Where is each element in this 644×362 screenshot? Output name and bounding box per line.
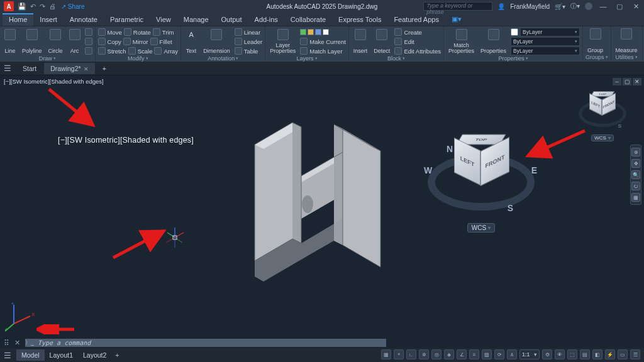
user-icon[interactable]: 👤 [497,3,505,10]
showui-icon[interactable]: ▦ [631,193,640,202]
panel-label[interactable]: Annotation [184,55,262,62]
add-layout-button[interactable]: + [111,349,123,361]
measure-button[interactable]: Measure [614,28,640,54]
panel-label[interactable]: Draw [3,55,92,62]
line-button[interactable]: Line [3,28,18,55]
scale-icon[interactable] [128,47,136,55]
grid-toggle[interactable]: ▦ [381,349,391,359]
tab-overflow[interactable]: ▣▾ [445,13,468,26]
lineweight-toggle[interactable]: ≡ [469,349,479,359]
hardware-accel[interactable]: ⚡ [605,349,615,359]
viewport-controls-small[interactable]: [−][SW Isometric][Shaded with edges] [4,78,104,85]
ortho-toggle[interactable]: ∟ [406,349,416,359]
tab-view[interactable]: View [150,13,177,26]
quickprops-toggle[interactable]: ▤ [580,349,590,359]
app-menu-button[interactable]: A [4,1,14,11]
tab-express[interactable]: Express Tools [332,13,387,26]
wcs-dropdown[interactable]: WCS [467,223,495,233]
panel-label[interactable]: Layers [268,55,346,62]
fillet-icon[interactable] [150,38,158,45]
share-button[interactable]: ↗ Share [61,3,84,10]
tab-parametric[interactable]: Parametric [104,13,150,26]
cycling-toggle[interactable]: ⟳ [494,349,504,359]
orbit-icon[interactable]: ⭮ [631,182,640,190]
array-icon[interactable] [154,47,162,55]
layout-menu-icon[interactable]: ☰ [4,351,11,360]
tab-layout1[interactable]: Layout1 [45,349,78,361]
linetype-dropdown[interactable]: ByLayer [511,47,580,55]
snap-toggle[interactable]: ⌖ [394,349,404,359]
arc-button[interactable]: Arc [67,28,82,55]
linear-icon[interactable] [235,28,242,36]
close-tab-icon[interactable]: ✕ [84,66,89,72]
customize-button[interactable]: ☰ [630,349,640,359]
stretch-icon[interactable] [98,47,106,55]
user-name[interactable]: FrankMayfield [510,3,550,10]
lineweight-dropdown[interactable]: ByLayer [511,37,580,46]
search-input[interactable]: Type a keyword or phrase [423,2,492,11]
undo-icon[interactable]: ↶ [30,3,36,11]
osnap-toggle[interactable]: ◎ [431,349,441,359]
otrack-toggle[interactable]: ∠ [457,349,467,359]
makecurrent-icon[interactable] [300,38,308,45]
tab-drawing2[interactable]: Drawing2*✕ [44,63,94,74]
vp-maximize[interactable]: ▢ [623,78,631,85]
steering-wheel-icon[interactable]: ⊕ [631,148,640,156]
tab-annotate[interactable]: Annotate [64,13,104,26]
new-tab-button[interactable]: + [96,63,113,74]
help-icon[interactable]: ⓘ▾ [570,2,580,11]
tab-insert[interactable]: Insert [33,13,64,26]
panel-label[interactable]: Utilities [614,54,640,60]
save-icon[interactable]: 💾 [18,3,26,11]
command-input[interactable]: Type a command [34,339,386,347]
move-icon[interactable] [98,28,106,36]
mirror-icon[interactable] [123,38,131,45]
tab-home[interactable]: Home [3,13,33,26]
tab-model[interactable]: Model [16,349,45,361]
dimension-button[interactable]: Dimension [201,28,232,55]
pan-icon[interactable]: ✥ [631,159,640,168]
trim-icon[interactable] [153,28,160,36]
maximize-button[interactable]: ▢ [614,3,625,11]
annoscale-toggle[interactable]: Ａ [507,349,517,359]
create-block-icon[interactable] [394,28,402,36]
drawing-menu-icon[interactable]: ☰ [4,63,11,73]
annotation-monitor[interactable]: 👁 [555,349,565,359]
group-button[interactable]: Group [586,28,605,54]
drawing-canvas[interactable]: [−][SW Isometric][Shaded with edges] – ▢… [0,75,644,337]
text-button[interactable]: AText [184,28,199,55]
color-dropdown[interactable]: ByLayer [520,28,580,36]
copy-icon[interactable] [98,38,106,45]
panel-label[interactable]: Block [352,55,441,62]
matchlayer-icon[interactable] [300,47,308,55]
viewcube-large[interactable]: W E N S TOP LEFT FRONT WCS [428,123,535,233]
vp-minimize[interactable]: – [613,78,621,85]
leader-icon[interactable] [235,38,242,45]
cmd-close-icon[interactable]: ✕ [12,339,23,347]
draw-misc-icon[interactable] [85,28,92,36]
draw-misc-icon[interactable] [85,47,92,55]
cart-icon[interactable]: 🛒▾ [555,3,565,10]
tab-addins[interactable]: Add-ins [248,13,284,26]
redo-icon[interactable]: ↷ [40,3,45,11]
zoom-icon[interactable]: 🔍 [631,170,640,179]
tab-featured[interactable]: Featured Apps [387,13,445,26]
tab-output[interactable]: Output [215,13,248,26]
tab-layout2[interactable]: Layout2 [78,349,111,361]
cmd-handle-icon[interactable]: ⠿ [4,339,9,348]
layer-properties-button[interactable]: Layer Properties [268,28,297,55]
command-line[interactable]: ⠿ ✕ 〉_ Type a command [0,337,644,348]
cmd-history-icon[interactable]: 〉_ [25,339,34,347]
vp-close[interactable]: ✕ [633,78,641,85]
cleanscreen-toggle[interactable]: ▭ [618,349,628,359]
detect-button[interactable]: Detect [372,28,392,55]
3dosnap-toggle[interactable]: ◈ [444,349,454,359]
edit-attributes-icon[interactable] [394,47,402,55]
minimize-button[interactable]: — [597,3,609,10]
panel-label[interactable]: Properties [447,55,580,62]
panel-label[interactable]: Groups [586,54,608,60]
close-button[interactable]: ✕ [630,3,641,11]
transparency-toggle[interactable]: ▨ [482,349,492,359]
circle-button[interactable]: Circle [47,28,65,55]
match-properties-button[interactable]: Match Properties [447,28,476,55]
